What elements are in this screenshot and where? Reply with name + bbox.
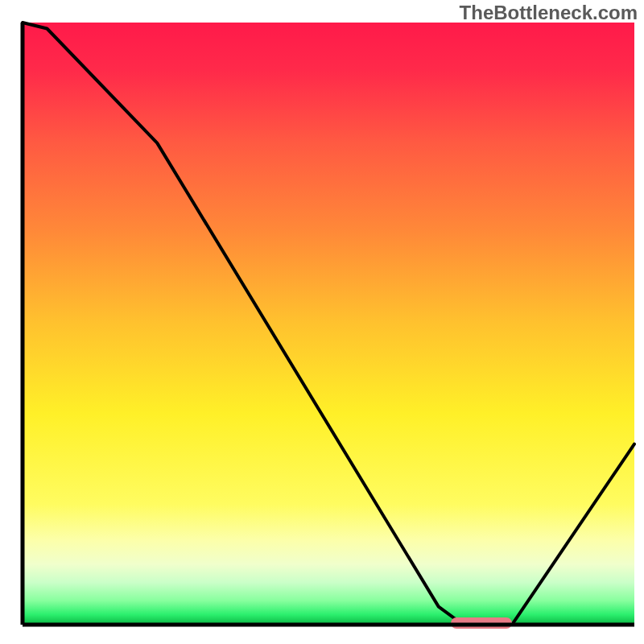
bottleneck-chart bbox=[0, 0, 644, 644]
chart-container: TheBottleneck.com bbox=[0, 0, 644, 644]
watermark-text: TheBottleneck.com bbox=[460, 2, 638, 24]
gradient-background bbox=[23, 23, 634, 625]
